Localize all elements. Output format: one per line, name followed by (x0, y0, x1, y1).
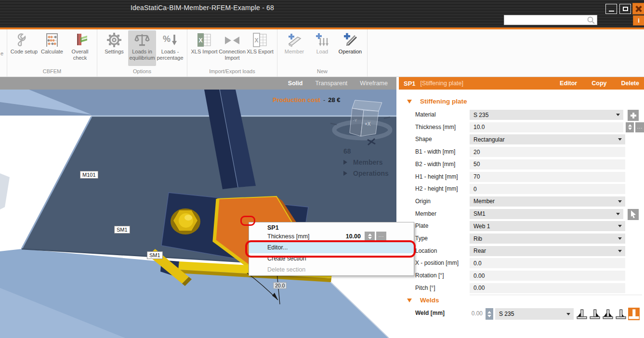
plate-label: Plate (415, 222, 428, 229)
fillet-weld-back-icon[interactable] (589, 308, 601, 320)
menu-item-editor[interactable]: Editor... (249, 242, 414, 253)
rotation-label: Rotation [°] (415, 272, 444, 279)
b2-width-input[interactable]: 50 (470, 159, 625, 169)
add-material-button[interactable] (628, 110, 639, 121)
xls-import-button[interactable]: XXLS Import (190, 30, 218, 66)
production-cost-label: Production cost (273, 96, 320, 104)
location-dropdown[interactable]: Rear (470, 246, 625, 256)
plate-dropdown[interactable]: Web 1 (470, 221, 625, 231)
close-button[interactable] (632, 3, 644, 14)
material-value: S 235 (473, 112, 488, 118)
material-dropdown[interactable]: S 235 (470, 110, 623, 120)
chevron-down-icon (618, 225, 622, 227)
type-label: Type (415, 235, 428, 242)
section-stiffening-plate[interactable]: Stiffening plate (407, 98, 467, 105)
delete-button[interactable]: Delete (621, 80, 639, 87)
ribbon: e Code setupCalculateOverall checkCBFEMS… (0, 29, 644, 77)
pick-member-button[interactable] (628, 209, 639, 220)
search-input[interactable] (504, 17, 587, 24)
property-row-pitch: Pitch [°]0.00 (399, 283, 644, 294)
menu-item-create-section[interactable]: Create section (249, 253, 414, 264)
butt-weld-icon[interactable] (628, 308, 640, 320)
weld-size-stepper[interactable] (486, 308, 493, 320)
code-setup-button[interactable]: Code setup (10, 30, 38, 66)
context-thickness-value[interactable]: 10.00 (331, 233, 361, 240)
h2-height-input[interactable]: 0 (470, 184, 625, 194)
member-label-sm1-a[interactable]: SM1 (114, 226, 130, 234)
loads-in-equilibrium-button[interactable]: Loads in equilibrium (128, 30, 156, 66)
scene-3d[interactable] (0, 90, 396, 338)
info-button[interactable]: i (633, 15, 644, 26)
bolt-1[interactable] (171, 208, 200, 234)
h2-height-value: 0 (473, 186, 477, 193)
overall-check-button[interactable]: Overall check (66, 30, 94, 66)
pitch-label: Pitch [°] (415, 285, 435, 291)
nav-cube-front-label[interactable]: +X (365, 121, 371, 127)
type-dropdown[interactable]: Rib (470, 234, 625, 244)
section-divider (470, 295, 642, 295)
ribbon-button-label: Overall check (66, 49, 94, 61)
section-welds[interactable]: Welds (407, 297, 439, 304)
ribbon-group-new: MemberLoadOperationNew (277, 29, 368, 77)
xls-export-button[interactable]: XXLS Export (246, 30, 274, 66)
b1-width-input[interactable]: 20 (470, 147, 625, 157)
member-label-m101[interactable]: M101 (80, 171, 98, 179)
panel-item-type: [Stiffening plate] (421, 80, 463, 87)
chevron-down-icon (618, 250, 622, 252)
ribbon-button-label: Loads in equilibrium (128, 49, 156, 61)
excel-export-icon: X (252, 32, 268, 48)
ghost-tree-members[interactable]: Members (353, 158, 382, 166)
origin-dropdown[interactable]: Member (470, 196, 625, 207)
member-dropdown[interactable]: SM1 (470, 209, 623, 219)
view-mode-solid[interactable]: Solid (288, 80, 303, 87)
minimize-button[interactable] (605, 4, 617, 14)
operation-button[interactable]: Operation (336, 30, 364, 66)
plus-icon (631, 113, 636, 118)
search-box[interactable] (504, 15, 597, 25)
ribbon-group-caption: Options (100, 67, 184, 77)
thickness-stepper[interactable] (626, 122, 634, 132)
add-operation-icon (342, 32, 358, 48)
loads-percentage-button[interactable]: %Loads - percentage (156, 30, 184, 66)
property-row-h2-height: H2 - height [mm]0 (399, 184, 644, 195)
production-cost-value: 28 € (328, 96, 340, 104)
editor-button[interactable]: Editor (560, 80, 577, 87)
thickness-more-button[interactable]: ... (635, 122, 644, 132)
connection-import-button[interactable]: Connection Import (218, 30, 246, 66)
settings-button[interactable]: Settings (100, 30, 128, 66)
thickness-input[interactable]: 10.0 (470, 122, 623, 132)
view-mode-transparent[interactable]: Transparent (315, 80, 347, 87)
member-label-sm1-b[interactable]: SM1 (147, 251, 163, 259)
property-row-material: MaterialS 235 (399, 110, 644, 120)
nav-cube-side-label[interactable]: -Y (353, 118, 357, 123)
member-button[interactable]: Member (280, 30, 308, 66)
rotation-input[interactable]: 0.00 (470, 271, 625, 281)
gear-icon (106, 32, 122, 48)
plug-weld-icon[interactable] (615, 308, 627, 320)
context-thickness-more-button[interactable]: ... (376, 232, 386, 241)
h1-height-input[interactable]: 70 (470, 172, 625, 182)
pitch-input[interactable]: 0.00 (470, 283, 625, 293)
context-thickness-stepper[interactable] (365, 232, 375, 241)
fillet-weld-front-icon[interactable] (576, 308, 588, 320)
ghost-tree-operations[interactable]: Operations (353, 169, 389, 177)
ribbon-group-import-export-loads: XXLS ImportConnection ImportXXLS ExportI… (187, 29, 277, 77)
load-button[interactable]: Load (308, 30, 336, 66)
viewport-3d[interactable]: Solid Transparent Wireframe (0, 77, 396, 338)
view-mode-wireframe[interactable]: Wireframe (360, 80, 388, 87)
context-thickness-row: Thickness [mm] 10.00 ... (249, 232, 414, 242)
collapse-icon[interactable] (407, 100, 412, 104)
tree-expand-icon[interactable] (343, 171, 347, 176)
weld-material-dropdown[interactable]: S 235 (495, 308, 574, 320)
calculate-button[interactable]: Calculate (38, 30, 66, 66)
fillet-weld-both-sides-icon[interactable] (602, 308, 614, 320)
maximize-button[interactable] (619, 4, 631, 14)
copy-button[interactable]: Copy (591, 80, 606, 87)
x-position-input[interactable]: 0.0 (470, 258, 625, 268)
tree-expand-icon[interactable] (343, 160, 347, 165)
weld-size-value[interactable]: 0.00 (467, 310, 483, 317)
collapse-icon[interactable] (407, 299, 412, 302)
chevron-down-icon (616, 114, 620, 116)
chevron-down-icon (616, 213, 620, 215)
shape-dropdown[interactable]: Rectangular (470, 134, 625, 144)
